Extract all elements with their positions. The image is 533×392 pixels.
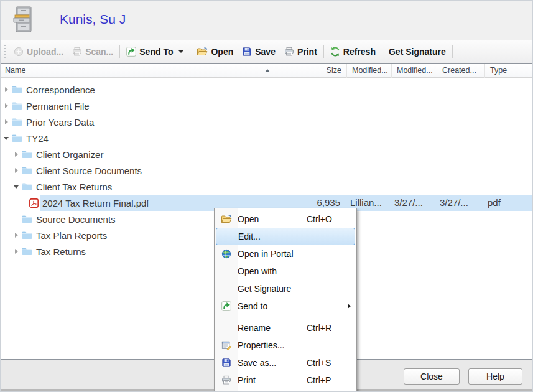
open-folder-icon [197, 47, 208, 57]
column-header-name[interactable]: Name [1, 64, 277, 78]
column-header-row: Name Size Modified... Modified... Create… [1, 64, 532, 78]
print-button[interactable]: Print [280, 44, 322, 59]
chevron-right-icon[interactable] [12, 231, 20, 239]
tree-row-correspondence[interactable]: Correspondence [1, 82, 532, 98]
menu-item-label: Open with [238, 266, 277, 276]
menu-item-label: Send to [238, 301, 267, 311]
chevron-right-icon[interactable] [2, 86, 10, 93]
menu-item-open[interactable]: Open Ctrl+O [215, 210, 356, 228]
folder-icon [12, 85, 22, 94]
refresh-icon [330, 47, 340, 57]
tree-row-label: Tax Returns [36, 246, 86, 257]
menu-item-label: Print [238, 375, 256, 385]
menu-item-label: Open in Portal [238, 249, 294, 259]
document-manager-window: { "header": { "title": "Kunis, Su J", "i… [0, 0, 533, 392]
folder-icon [22, 215, 32, 223]
menu-item-send-to[interactable]: Send to [215, 297, 356, 315]
menu-item-properties[interactable]: Properties... [215, 337, 356, 354]
toolbar-separator [382, 45, 382, 58]
tree-row-label: Source Documents [36, 214, 116, 225]
menu-shortcut: Ctrl+S [307, 358, 331, 368]
menu-item-label: Rename [238, 323, 271, 333]
file-cabinet-icon [9, 5, 39, 35]
column-header-size[interactable]: Size [277, 64, 346, 78]
chevron-right-icon[interactable] [2, 118, 10, 126]
expander-placeholder [12, 215, 20, 223]
globe-icon [221, 249, 231, 259]
chevron-right-icon[interactable] [12, 167, 20, 174]
send-to-button[interactable]: Send To [122, 44, 188, 59]
close-label: Close [420, 371, 443, 381]
folder-icon [22, 182, 32, 191]
chevron-down-icon[interactable] [12, 183, 20, 190]
sort-ascending-icon [265, 69, 270, 72]
print-label: Print [297, 47, 317, 57]
refresh-label: Refresh [343, 47, 376, 57]
column-header-modified-by[interactable]: Modified... [346, 64, 391, 78]
menu-item-get-signature[interactable]: Get Signature [215, 280, 356, 297]
menu-item-rename[interactable]: Rename Ctrl+R [215, 319, 356, 337]
toolbar-separator [452, 45, 453, 58]
chevron-down-icon[interactable] [178, 50, 183, 53]
file-name-label: 2024 Tax Return Final.pdf [42, 198, 149, 208]
tree-row-label: Client Organizer [36, 149, 103, 160]
tree-row-client-source-documents[interactable]: Client Source Documents [1, 162, 532, 179]
close-button[interactable]: Close [404, 368, 460, 385]
open-folder-icon [221, 214, 232, 224]
tree-row-prior-years-data[interactable]: Prior Years Data [1, 114, 532, 130]
folder-icon [22, 247, 32, 256]
menu-item-label: Edit... [238, 231, 261, 241]
tree-row-label: Prior Years Data [26, 117, 94, 128]
toolbar-separator [323, 45, 324, 58]
menu-shortcut: Ctrl+P [307, 375, 331, 385]
toolbar: Upload... Scan... Send To Open Save Prin… [1, 40, 532, 63]
tree-row-permanent-file[interactable]: Permanent File [1, 98, 532, 114]
menu-item-print[interactable]: Print Ctrl+P [215, 371, 356, 389]
window-header: Kunis, Su J [1, 1, 532, 39]
get-signature-button[interactable]: Get Signature [384, 44, 450, 59]
file-created-cell: 3/27/... [440, 195, 468, 211]
column-header-type[interactable]: Type [484, 64, 533, 78]
folder-icon [12, 134, 22, 142]
upload-icon [14, 47, 24, 57]
pdf-file-icon [29, 198, 39, 208]
tree-row-label: Client Tax Returns [36, 182, 112, 192]
chevron-right-icon[interactable] [12, 248, 20, 255]
column-header-modified-date[interactable]: Modified... [391, 64, 437, 78]
menu-item-open-with[interactable]: Open with [215, 263, 356, 280]
file-modified-date-cell: 3/27/... [394, 195, 423, 211]
menu-item-label: Get Signature [238, 284, 291, 294]
toolbar-separator [119, 45, 120, 58]
context-menu: Open Ctrl+O Edit... Open in Portal Open … [214, 208, 357, 392]
toolbar-grip[interactable] [4, 45, 6, 58]
open-label: Open [211, 47, 233, 57]
send-to-icon [126, 47, 136, 57]
folder-icon [22, 150, 32, 159]
send-to-icon [221, 301, 231, 311]
send-to-label: Send To [139, 47, 173, 57]
menu-item-save-as[interactable]: Save as... Ctrl+S [215, 354, 356, 371]
folder-icon [22, 166, 32, 175]
column-header-created[interactable]: Created... [437, 64, 484, 78]
chevron-right-icon[interactable] [12, 151, 20, 158]
help-button[interactable]: Help [468, 368, 522, 385]
menu-item-label: Save as... [238, 358, 276, 368]
menu-separator [239, 391, 355, 391]
submenu-arrow-icon [348, 304, 351, 309]
chevron-down-icon[interactable] [2, 134, 10, 142]
scan-label: Scan... [85, 47, 113, 57]
tree-row-client-organizer[interactable]: Client Organizer [1, 146, 532, 162]
open-button[interactable]: Open [192, 44, 238, 59]
print-icon [221, 375, 231, 385]
chevron-right-icon[interactable] [2, 102, 10, 110]
tree-row-label: Client Source Documents [36, 166, 142, 176]
tree-row-ty24[interactable]: TY24 [1, 130, 532, 146]
menu-separator [239, 317, 355, 317]
save-button[interactable]: Save [238, 44, 280, 59]
folder-icon [12, 118, 22, 126]
menu-item-label: Properties... [238, 340, 284, 350]
menu-item-open-in-portal[interactable]: Open in Portal [215, 245, 356, 263]
menu-item-edit[interactable]: Edit... [216, 228, 355, 245]
refresh-button[interactable]: Refresh [326, 44, 380, 59]
tree-row-client-tax-returns[interactable]: Client Tax Returns [1, 179, 532, 195]
